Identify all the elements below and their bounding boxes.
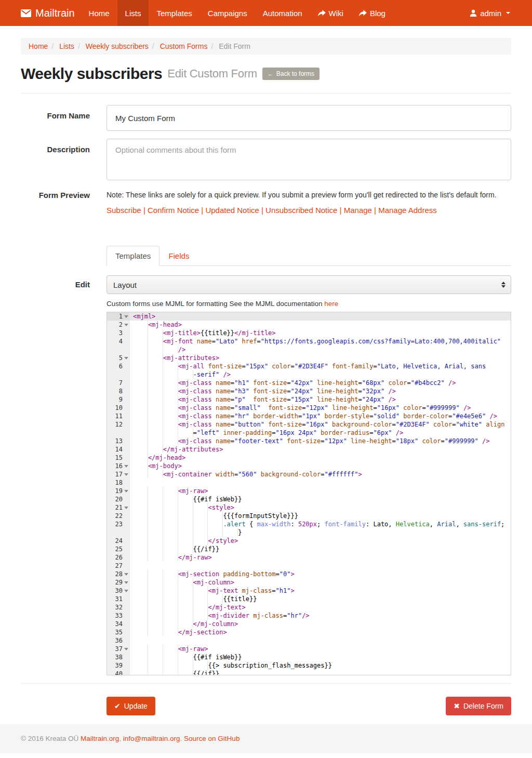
- fold-icon[interactable]: [124, 315, 128, 318]
- nav-item[interactable]: Campaigns: [200, 0, 255, 26]
- code-row: />: [107, 345, 511, 354]
- code-row: 6<mj-all font-size="15px" color="#2D3E4F…: [107, 362, 511, 370]
- breadcrumb-link[interactable]: Home: [29, 42, 48, 50]
- update-button[interactable]: ✔ Update: [107, 697, 155, 715]
- code-row: 19<mj-raw>: [107, 487, 511, 495]
- caret-down-icon: [506, 12, 510, 14]
- fold-icon[interactable]: [124, 590, 128, 592]
- nav-item[interactable]: Automation: [255, 0, 310, 26]
- user-label: admin: [480, 9, 501, 18]
- form-name-input[interactable]: [107, 105, 511, 131]
- nav-item[interactable]: Templates: [149, 0, 200, 26]
- breadcrumb-link[interactable]: Weekly subscribers: [86, 42, 149, 50]
- breadcrumb: Home/ Lists/ Weekly subscribers/ Custom …: [21, 38, 511, 55]
- code-row: 37<mj-raw>: [107, 645, 511, 653]
- code-row: 34</mj-column>: [107, 620, 511, 628]
- edit-template-select[interactable]: Layout: [107, 275, 511, 294]
- breadcrumb-separator: /: [48, 42, 57, 50]
- page-header: Weekly subscribers Edit Custom Form ← Ba…: [21, 65, 511, 83]
- form-preview-row: Form Preview Note: These links are solel…: [21, 190, 511, 215]
- edit-form: Form Name Description Form Preview Note:…: [21, 105, 511, 675]
- description-textarea[interactable]: [107, 139, 511, 180]
- preview-links: Subscribe Confirm Notice Updated Notice …: [107, 206, 511, 215]
- code-row: 5<mj-attributes>: [107, 354, 511, 362]
- breadcrumb-link[interactable]: Lists: [59, 42, 74, 50]
- nav-item[interactable]: Wiki: [310, 0, 351, 26]
- divider: [21, 683, 511, 684]
- code-row: 14</mj-attributes>: [107, 445, 511, 454]
- check-icon: ✔: [114, 702, 121, 710]
- code-row: 21<style>: [107, 503, 511, 512]
- nav-item[interactable]: Lists: [117, 0, 149, 26]
- code-row: 26</mj-raw>: [107, 553, 511, 562]
- divider: [21, 93, 511, 94]
- page-title: Weekly subscribers: [21, 65, 162, 83]
- description-row: Description: [21, 139, 511, 182]
- preview-link[interactable]: Subscribe: [107, 206, 141, 215]
- code-row: 4<mj-font name="Lato" href="https://font…: [107, 337, 511, 345]
- delete-form-button[interactable]: ✖ Delete Form: [446, 697, 511, 715]
- fold-icon[interactable]: [124, 324, 128, 326]
- code-row: 29<mj-column>: [107, 578, 511, 587]
- code-row: 23.alert { max-width: 520px; font-family…: [107, 520, 511, 528]
- code-row: 10<mj-class name="small" font-size="12px…: [107, 404, 511, 412]
- nav-item-label: Lists: [125, 9, 141, 18]
- preview-link[interactable]: Confirm Notice: [148, 206, 199, 215]
- preview-link[interactable]: Manage: [344, 206, 372, 215]
- tabs: Templates Fields: [107, 246, 511, 266]
- navbar: Mailtrain Home Lists Templates: [0, 0, 532, 26]
- fold-icon[interactable]: [124, 490, 128, 493]
- brand-label: Mailtrain: [35, 7, 75, 19]
- delete-form-label: Delete Form: [463, 702, 503, 710]
- back-arrow-icon: ←: [268, 70, 274, 77]
- x-icon: ✖: [454, 702, 460, 710]
- breadcrumb-separator: /: [149, 42, 158, 50]
- nav-item[interactable]: Home: [81, 0, 117, 26]
- breadcrumb-separator: /: [207, 42, 217, 50]
- fold-icon[interactable]: [124, 465, 128, 468]
- code-row: 32</mj-text>: [107, 603, 511, 611]
- nav-item-label: Blog: [370, 9, 385, 18]
- code-row: 28<mj-section padding-bottom="0">: [107, 570, 511, 578]
- code-row: 33<mj-divider mj-class="hr"/>: [107, 611, 511, 620]
- code-row: 13<mj-class name="footer-text" font-size…: [107, 437, 511, 445]
- nav-item[interactable]: Blog: [351, 0, 393, 26]
- editor-rows: 1<mjml>2<mj-head>3<mj-title>{{title}}</m…: [107, 312, 511, 675]
- nav-items: Home Lists Templates Campaigns: [81, 0, 393, 26]
- mjml-code-editor[interactable]: 1<mjml>2<mj-head>3<mj-title>{{title}}</m…: [107, 312, 511, 675]
- preview-link[interactable]: Updated Notice: [205, 206, 259, 215]
- edit-template-selected-value: Layout: [113, 281, 137, 289]
- fold-icon[interactable]: [124, 648, 128, 650]
- fold-icon[interactable]: [124, 507, 128, 509]
- nav-item-label: Campaigns: [208, 9, 247, 18]
- user-menu[interactable]: admin: [469, 0, 511, 26]
- code-row: ="left" inner-padding="16px 24px" border…: [107, 429, 511, 437]
- code-row: 7<mj-class name="h1" font-size="42px" li…: [107, 379, 511, 387]
- fold-icon[interactable]: [124, 357, 128, 360]
- code-row: 3<mj-title>{{title}}</mj-title>: [107, 329, 511, 337]
- breadcrumb-link[interactable]: Custom Forms: [160, 42, 208, 50]
- breadcrumb-current: Edit Form: [219, 42, 250, 50]
- footer-link[interactable]: info@mailtrain.org: [123, 735, 180, 742]
- code-row: 40{{/if}}: [107, 670, 511, 675]
- code-row: 25{{/if}}: [107, 545, 511, 553]
- fold-icon[interactable]: [124, 573, 128, 576]
- preview-link[interactable]: Unsubscribed Notice: [265, 206, 337, 215]
- fold-icon[interactable]: [124, 473, 128, 476]
- code-row: 27: [107, 562, 511, 570]
- preview-link[interactable]: Manage Address: [378, 206, 437, 215]
- back-to-forms-button[interactable]: ← Back to forms: [262, 68, 320, 80]
- tab-fields[interactable]: Fields: [159, 246, 198, 266]
- code-row: 20{{#if isWeb}}: [107, 495, 511, 503]
- code-row: 39{{> subscription_flash_messages}}: [107, 661, 511, 670]
- fold-icon[interactable]: [124, 581, 128, 584]
- footer-link[interactable]: Source on GitHub: [184, 735, 240, 742]
- breadcrumb-separator: /: [74, 42, 84, 50]
- code-row: 31{{title}}: [107, 595, 511, 603]
- brand-link[interactable]: Mailtrain: [21, 0, 81, 26]
- footer-link[interactable]: Mailtrain.org: [81, 735, 119, 742]
- code-row: 2<mj-head>: [107, 321, 511, 329]
- user-icon: [470, 9, 477, 17]
- mjml-doc-link[interactable]: here: [324, 300, 338, 308]
- tab-templates[interactable]: Templates: [107, 246, 159, 266]
